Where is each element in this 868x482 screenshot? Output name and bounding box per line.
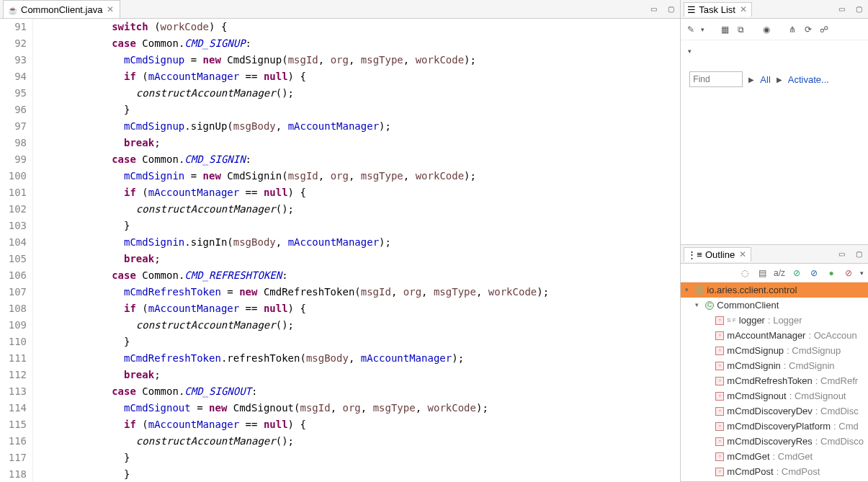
task-list-icon: ☰ — [687, 4, 696, 15]
collapse-icon[interactable]: ⋔ — [787, 24, 798, 35]
menu-icon[interactable]: ▾ — [860, 269, 864, 277]
editor-pane: CommonClient.java ✕ ▭ ▢ 9192939495969798… — [0, 0, 681, 482]
minimize-icon[interactable]: ▭ — [647, 4, 660, 14]
tree-row[interactable]: ▾CCommonClient — [681, 298, 868, 313]
editor-tab-bar: CommonClient.java ✕ ▭ ▢ — [0, 0, 680, 19]
sort-icon[interactable]: ▤ — [756, 267, 768, 279]
focus-icon[interactable]: ◌ — [739, 267, 751, 279]
tree-row[interactable]: ▫mCmdDiscoveryRes : CmdDisco — [681, 434, 868, 449]
minimize-icon[interactable]: ▭ — [835, 4, 848, 14]
outline-tab[interactable]: ⋮≡ Outline ✕ — [684, 247, 751, 262]
schedule-icon[interactable]: ⧉ — [735, 24, 746, 35]
outline-panel: ⋮≡ Outline ✕ ▭ ▢ ◌ ▤ a/z ⊘ ⊘ ● ⊘ ▾ ▾io.a… — [681, 245, 868, 482]
outline-toolbar: ◌ ▤ a/z ⊘ ⊘ ● ⊘ ▾ — [681, 264, 868, 282]
tree-row[interactable]: ▫mAccountManager : OcAccoun — [681, 328, 868, 343]
hide-nonpublic-icon[interactable]: ● — [826, 267, 837, 279]
tree-row[interactable]: ▫mCmdSignup : CmdSignup — [681, 343, 868, 358]
tree-row[interactable]: ▫mCmdPost : CmdPost — [681, 464, 868, 479]
close-icon[interactable]: ✕ — [738, 249, 748, 259]
categorize-icon[interactable]: ▦ — [719, 24, 730, 35]
new-task-icon[interactable]: ✎ — [685, 24, 697, 35]
az-sort-icon[interactable]: a/z — [774, 267, 785, 279]
outline-tree[interactable]: ▾io.aries.cclient.control▾CCommonClient▫… — [681, 282, 868, 479]
code-body[interactable]: switch (workCode) { case Common.CMD_SIGN… — [33, 19, 680, 482]
outline-title: Outline — [705, 249, 735, 260]
maximize-icon[interactable]: ▢ — [852, 249, 865, 259]
line-gutter: 9192939495969798991001011021031041051061… — [0, 19, 33, 482]
maximize-icon[interactable]: ▢ — [852, 4, 865, 14]
close-icon[interactable]: ✕ — [738, 4, 748, 14]
code-area[interactable]: 9192939495969798991001011021031041051061… — [0, 19, 680, 482]
focus-icon[interactable]: ◉ — [761, 24, 772, 35]
activate-link[interactable]: Activate... — [788, 74, 829, 85]
task-list-body: ▾ ▶ All ▶ Activate... — [681, 40, 868, 92]
tree-row[interactable]: ▫mCmdDiscoveryPlatform : Cmd — [681, 419, 868, 434]
dropdown-icon[interactable]: ▾ — [701, 26, 704, 33]
hide-local-icon[interactable]: ⊘ — [843, 267, 854, 279]
task-list-tab[interactable]: ☰ Task List ✕ — [684, 2, 752, 17]
hide-static-icon[interactable]: ⊘ — [808, 267, 820, 279]
close-icon[interactable]: ✕ — [105, 4, 115, 14]
outline-header: ⋮≡ Outline ✕ ▭ ▢ — [681, 245, 868, 264]
task-list-title: Task List — [699, 4, 735, 15]
minimize-icon[interactable]: ▭ — [835, 249, 848, 259]
tree-row[interactable]: ▾io.aries.cclient.control — [681, 282, 868, 298]
task-list-panel: ☰ Task List ✕ ▭ ▢ ✎ ▾ ▦ ⧉ ◉ ⋔ ⟳ — [681, 0, 868, 245]
tree-row[interactable]: ▫mCmdRefreshToken : CmdRefr — [681, 373, 868, 388]
task-list-header: ☰ Task List ✕ ▭ ▢ — [681, 0, 868, 19]
find-input[interactable] — [689, 71, 743, 87]
sidebar-pane: ☰ Task List ✕ ▭ ▢ ✎ ▾ ▦ ⧉ ◉ ⋔ ⟳ — [681, 0, 868, 482]
tree-row[interactable]: ▫mCmdGet : CmdGet — [681, 449, 868, 464]
play-icon: ▶ — [748, 76, 754, 84]
play-icon: ▶ — [777, 76, 782, 84]
chevron-down-icon[interactable]: ▾ — [685, 48, 692, 55]
sync-icon[interactable]: ⟳ — [802, 24, 814, 35]
java-file-icon — [8, 4, 18, 14]
maximize-icon[interactable]: ▢ — [664, 4, 677, 14]
tree-row[interactable]: ▫mCmdSignin : CmdSignin — [681, 358, 868, 373]
task-list-toolbar: ✎ ▾ ▦ ⧉ ◉ ⋔ ⟳ ☍ — [681, 19, 868, 40]
hide-fields-icon[interactable]: ⊘ — [791, 267, 802, 279]
editor-tab-label: CommonClient.java — [21, 4, 102, 15]
outline-icon: ⋮≡ — [687, 249, 702, 260]
tree-row[interactable]: ▫mCmdSignout : CmdSignout — [681, 388, 868, 403]
tree-row[interactable]: ▫mCmdDiscoveryDev : CmdDisc — [681, 403, 868, 419]
link-icon[interactable]: ☍ — [818, 24, 830, 35]
all-link[interactable]: All — [760, 74, 770, 85]
editor-tab-commonclient[interactable]: CommonClient.java ✕ — [3, 0, 120, 18]
editor-window-controls: ▭ ▢ — [647, 4, 677, 14]
tree-row[interactable]: ▫S Flogger : Logger — [681, 313, 868, 328]
